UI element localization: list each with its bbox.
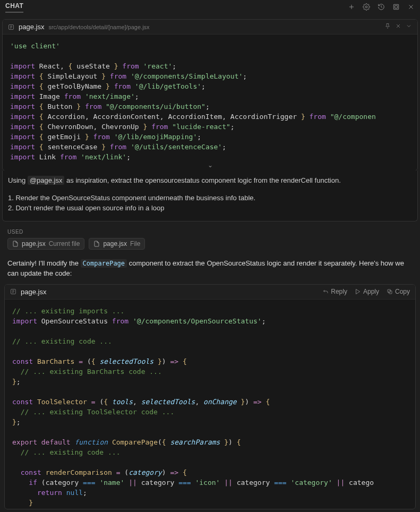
chat-header: CHAT xyxy=(0,0,420,15)
used-chip[interactable]: page.jsx Current file xyxy=(7,238,84,250)
chip-sub: File xyxy=(130,240,140,248)
context-file-header: page.jsx src/app/devtools/detail/[name]/… xyxy=(3,20,417,35)
inline-code: ComparePage xyxy=(81,259,127,268)
used-chips-row: page.jsx Current file page.jsx File xyxy=(2,238,418,250)
prompt-list-item: 1. Render the OpenSourceStatus component… xyxy=(8,193,412,203)
context-file-name[interactable]: page.jsx xyxy=(19,23,44,31)
file-icon xyxy=(93,241,100,247)
context-code-block: 'use client' import React, { useState } … xyxy=(3,35,417,163)
pin-icon[interactable] xyxy=(384,23,391,31)
close-icon[interactable] xyxy=(407,3,415,12)
copy-button[interactable]: Copy xyxy=(387,288,410,295)
suggestion-code-card: page.jsx Reply Apply Copy // ... existin… xyxy=(4,284,416,509)
file-badge-icon xyxy=(8,24,14,30)
prompt-list-item: 2. Don't render the usual open source in… xyxy=(8,203,412,214)
remove-icon[interactable] xyxy=(395,23,401,31)
chat-tab-title[interactable]: CHAT xyxy=(5,2,23,13)
apply-button[interactable]: Apply xyxy=(355,288,379,295)
gear-icon[interactable] xyxy=(363,3,370,12)
chip-name: page.jsx xyxy=(22,240,46,248)
maximize-icon[interactable] xyxy=(392,3,400,12)
history-icon[interactable] xyxy=(378,3,385,12)
svg-rect-2 xyxy=(395,5,398,8)
chevron-down-icon[interactable] xyxy=(406,23,412,31)
used-chip[interactable]: page.jsx File xyxy=(89,238,145,250)
suggestion-code-block: // ... existing imports ... import OpenS… xyxy=(5,300,415,509)
used-label: USED xyxy=(7,229,418,235)
chip-name: page.jsx xyxy=(103,240,127,248)
context-code-card: page.jsx src/app/devtools/detail/[name]/… xyxy=(2,19,418,171)
user-prompt: Using @page.jsx as inspiration, extract … xyxy=(2,170,418,221)
chip-sub: Current file xyxy=(49,240,80,248)
add-icon[interactable] xyxy=(348,3,355,12)
svg-rect-1 xyxy=(393,4,398,9)
header-toolbar xyxy=(348,3,415,12)
assistant-response: Certainly! I'll modify the ComparePage c… xyxy=(2,250,418,284)
file-badge-icon xyxy=(10,288,16,295)
suggestion-file-header: page.jsx Reply Apply Copy xyxy=(5,285,415,300)
file-icon xyxy=(12,241,19,247)
reply-button[interactable]: Reply xyxy=(322,288,347,295)
prompt-suffix: as inspiration, extract the opensourcest… xyxy=(64,176,340,184)
response-prefix: Certainly! I'll modify the xyxy=(7,259,81,267)
context-file-path: src/app/devtools/detail/[name]/page.jsx xyxy=(48,24,149,30)
prompt-prefix: Using xyxy=(8,176,28,184)
svg-point-0 xyxy=(365,6,367,8)
expand-code-icon[interactable]: ⌄ xyxy=(3,163,417,170)
suggestion-file-name[interactable]: page.jsx xyxy=(21,288,46,296)
file-mention[interactable]: @page.jsx xyxy=(28,176,65,185)
